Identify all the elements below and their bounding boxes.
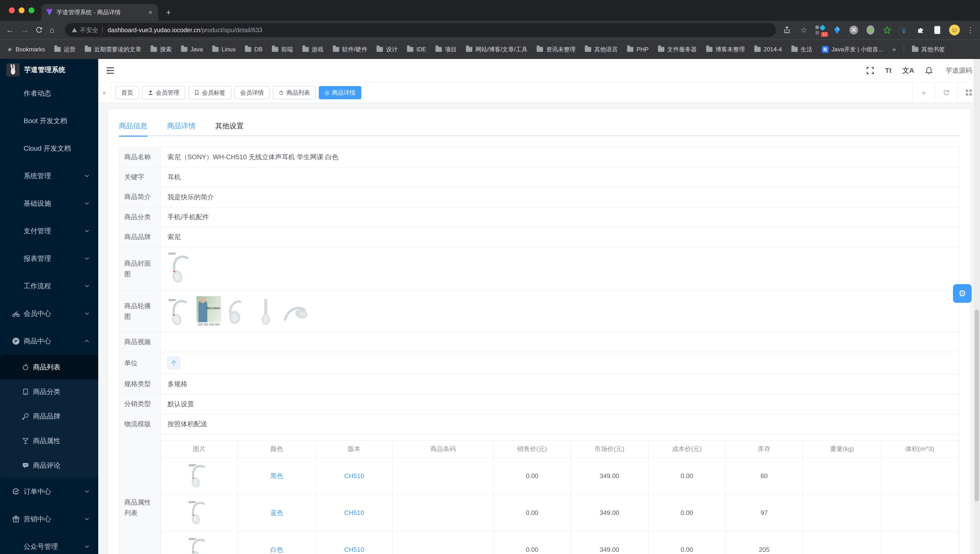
bookmark-folder[interactable]: 游戏 [302,45,323,53]
scrollbar-thumb[interactable] [975,310,979,501]
bookmark-folder[interactable]: 文件服务器 [658,45,697,53]
sidebar-item-boot-doc[interactable]: Boot 开发文档 [0,107,98,135]
bookmark-star-icon[interactable]: ☆ [799,25,808,35]
sidebar-item-product-category[interactable]: 商品分类 [0,380,98,404]
sku-color-link[interactable]: 白色 [238,532,316,554]
sku-image[interactable]: SONY [188,463,211,489]
fullscreen-icon[interactable] [866,67,874,75]
share-icon[interactable] [782,25,792,35]
browser-menu-icon[interactable]: ⋮ [967,26,974,34]
bookmarks-manager[interactable]: ★ Bookmarks [7,46,45,53]
bookmark-folder[interactable]: 软件/硬件 [333,45,368,53]
bookmark-folder[interactable]: DB [245,46,262,53]
new-tab-button[interactable]: + [166,8,171,17]
window-controls[interactable] [9,7,34,13]
profile-avatar[interactable]: ☺ [949,25,960,35]
extension-kite-icon[interactable] [832,25,842,35]
sidebar-item-mp-manage[interactable]: 公众号管理 [0,533,98,554]
font-size-icon[interactable]: Tt [885,67,891,74]
other-bookmarks[interactable]: 其他书签 [912,45,945,53]
sidebar-item-author-news[interactable]: 作者动态 [0,80,98,107]
tag-member-manage[interactable]: 会员管理 [142,86,185,99]
back-icon[interactable]: ← [6,26,14,34]
tag-member-detail[interactable]: 会员详情 [234,86,270,99]
tag-product-detail[interactable]: ◎ 商品详情 [319,86,361,99]
sidebar-item-report[interactable]: 报表管理 [0,245,98,272]
tags-scroll-right-icon[interactable]: » [912,83,935,103]
zoom-window-button[interactable] [29,7,34,13]
bookmark-folder[interactable]: 其他语言 [585,45,618,53]
bookmark-folder[interactable]: Linux [212,46,235,53]
bookmark-folder[interactable]: 搜索 [151,45,172,53]
extension-record-icon[interactable] [865,25,875,35]
bookmark-link[interactable]: BJava开发 | 小组首... [822,45,883,53]
settings-drawer-button[interactable]: ⚙ [953,284,972,303]
tab-product-info[interactable]: 商品信息 [119,116,147,136]
notification-bell-icon[interactable] [925,66,933,75]
collapse-menu-icon[interactable] [106,67,115,74]
sidebar-item-product-brand[interactable]: 商品品牌 [0,404,98,429]
close-window-button[interactable] [9,7,15,13]
carousel-image[interactable]: SONY [167,298,194,327]
app-logo[interactable]: 芋道管理系统 [0,60,98,80]
bookmark-folder[interactable]: Java [181,46,203,53]
bookmark-folder[interactable]: 项目 [436,45,457,53]
carousel-image-promo[interactable]: WH-CH510 [196,296,221,327]
extension-vue-devtools-icon[interactable] [899,25,909,35]
sidebar-item-product-center[interactable]: P 商品中心 [0,327,98,355]
extension-command-icon[interactable]: ⌘ [849,25,859,35]
reload-icon[interactable] [35,26,43,34]
tags-refresh-icon[interactable] [935,83,958,103]
tag-member-tag[interactable]: 会员标签 [188,86,231,99]
extension-star-icon[interactable] [882,25,892,35]
extension-reader-icon[interactable] [932,25,942,35]
sidebar-item-product-comment[interactable]: 商品评论 [0,453,98,478]
carousel-image[interactable] [224,298,250,327]
sku-color-link[interactable]: 黑色 [238,458,316,495]
home-icon[interactable]: ⌂ [49,26,54,34]
bookmark-folder[interactable]: 运营 [54,45,75,53]
bookmark-folder[interactable]: 博客未整理 [706,45,745,53]
sidebar-item-product-attribute[interactable]: 商品属性 [0,429,98,453]
bookmark-folder[interactable]: 前端 [272,45,293,53]
minimize-window-button[interactable] [19,7,25,13]
sidebar-item-order-center[interactable]: 订单中心 [0,478,98,505]
sidebar-item-infra[interactable]: 基础设施 [0,190,98,217]
carousel-image[interactable] [282,298,308,327]
tag-product-list[interactable]: 商品列表 [273,86,316,99]
sku-version-link[interactable]: CH510 [316,458,393,495]
sku-color-link[interactable]: 蓝色 [238,495,316,532]
sku-image[interactable]: SONY [188,537,211,554]
bookmark-folder[interactable]: 2014-4 [754,46,782,53]
bookmark-folder[interactable]: 生活 [791,45,813,53]
bookmarks-overflow-icon[interactable]: » [892,46,896,53]
bookmark-folder[interactable]: PHP [627,46,648,53]
sidebar-item-marketing-center[interactable]: 营销中心 [0,505,98,533]
extensions-puzzle-icon[interactable] [916,25,926,35]
bookmark-folder[interactable]: 网站/博客/文章/工具 [466,45,527,53]
language-icon[interactable]: 文A [902,67,914,74]
sku-version-link[interactable]: CH510 [316,532,393,554]
sidebar-item-system[interactable]: 系统管理 [0,162,98,190]
extension-tab-manager-icon[interactable]: 12 [815,25,825,35]
product-cover-image[interactable]: SONY [167,252,196,286]
not-secure-label[interactable]: 不安全 [80,26,98,34]
tab-product-detail[interactable]: 商品详情 [167,116,196,136]
bookmark-folder[interactable]: IDE [407,46,426,53]
sidebar-item-member-center[interactable]: 会员中心 [0,300,98,327]
carousel-image[interactable] [253,298,279,327]
tab-close-icon[interactable]: × [148,9,153,16]
bookmark-folder[interactable]: 设计 [377,45,398,53]
sku-version-link[interactable]: CH510 [316,495,393,532]
forward-icon[interactable]: → [21,26,29,34]
sidebar-item-product-list[interactable]: 商品列表 [0,355,98,380]
page-scrollbar[interactable] [974,59,980,554]
sku-image[interactable]: SONY [188,500,211,526]
bookmark-folder[interactable]: 资讯未整理 [537,45,576,53]
user-menu[interactable]: 芋道源码 [946,66,972,75]
sidebar-item-pay[interactable]: 支付管理 [0,217,98,245]
bookmark-folder[interactable]: 近期需要读的文章 [85,45,141,53]
tag-home[interactable]: 首页 [115,86,139,99]
tags-scroll-left-icon[interactable]: « [98,83,111,103]
sidebar-item-cloud-doc[interactable]: Cloud 开发文档 [0,135,98,162]
